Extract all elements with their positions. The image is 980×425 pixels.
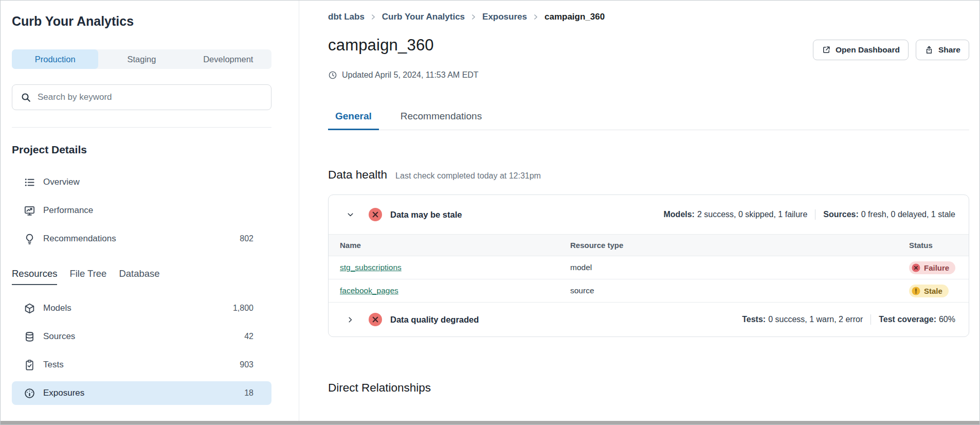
column-header-resource-type: Resource type <box>559 235 909 256</box>
stat-label: Sources: <box>823 210 858 219</box>
sidebar-item-label: Tests <box>43 360 64 370</box>
sidebar-item-tests[interactable]: Tests 903 <box>12 353 271 377</box>
column-header-status: Status <box>909 235 969 256</box>
search-icon <box>21 92 31 103</box>
x-circle-icon <box>368 312 383 327</box>
data-health-heading: Data health <box>328 168 387 182</box>
resource-link-stg-subscriptions[interactable]: stg_subscriptions <box>340 263 402 272</box>
tab-file-tree[interactable]: File Tree <box>69 268 106 285</box>
sidebar-item-recommendations[interactable]: Recommendations 802 <box>12 227 271 251</box>
chevron-right-icon <box>346 315 355 324</box>
stat-label: Test coverage: <box>879 315 936 324</box>
window-bottom-edge <box>1 421 979 424</box>
open-dashboard-label: Open Dashboard <box>836 45 900 55</box>
group-stats: Tests: 0 success, 1 warn, 2 error Test c… <box>742 314 955 325</box>
tab-database[interactable]: Database <box>119 268 159 285</box>
status-badge-label: Failure <box>924 263 949 272</box>
sidebar-item-label: Exposures <box>43 388 84 398</box>
cube-icon <box>24 303 35 314</box>
breadcrumb-item-current: campaign_360 <box>545 12 605 22</box>
x-circle-icon <box>912 263 920 272</box>
page-title: campaign_360 <box>328 36 434 55</box>
resource-type-cell: model <box>559 256 909 279</box>
sidebar-item-label: Models <box>43 303 71 313</box>
table-row: facebook_pages source Stale <box>329 279 969 303</box>
page-actions: Open Dashboard Share <box>813 40 969 60</box>
open-dashboard-button[interactable]: Open Dashboard <box>813 40 909 60</box>
share-label: Share <box>938 45 960 55</box>
stat-label: Tests: <box>742 315 766 324</box>
data-health-card: Data may be stale Models: 2 success, 0 s… <box>328 194 969 337</box>
sidebar-item-count: 903 <box>240 360 253 369</box>
env-tab-development[interactable]: Development <box>185 49 271 69</box>
share-icon <box>924 45 934 55</box>
last-updated-text: Updated April 5, 2024, 11:53 AM EDT <box>342 70 479 80</box>
status-badge-failure: Failure <box>909 261 955 274</box>
search-input[interactable] <box>38 92 263 102</box>
stat-label: Models: <box>664 210 695 219</box>
chevron-right-icon <box>370 13 377 21</box>
stat-value: 0 success, 1 warn, 2 error <box>768 315 863 324</box>
sidebar-item-label: Overview <box>43 177 80 187</box>
project-name-title: Curb Your Analytics <box>12 14 271 29</box>
env-tab-staging[interactable]: Staging <box>98 49 185 69</box>
data-health-group-stale[interactable]: Data may be stale Models: 2 success, 0 s… <box>329 195 969 234</box>
sidebar-item-exposures[interactable]: Exposures 18 <box>12 381 271 405</box>
resource-type-cell: source <box>559 279 909 303</box>
sidebar-item-count: 1,800 <box>233 304 253 313</box>
project-details-heading: Project Details <box>12 144 271 156</box>
tab-recommendations[interactable]: Recommendations <box>393 111 489 130</box>
tab-general[interactable]: General <box>328 111 379 130</box>
project-details-list: Overview Performance <box>12 170 271 251</box>
main-content: dbt Labs Curb Your Analytics Exposures c… <box>300 1 979 421</box>
list-icon <box>24 176 35 188</box>
stat-value: 0 fresh, 0 delayed, 1 stale <box>861 210 955 219</box>
sidebar-item-performance[interactable]: Performance <box>12 199 271 222</box>
detail-tabs: General Recommendations <box>328 111 969 130</box>
chevron-down-icon <box>346 210 355 219</box>
sidebar-item-count: 18 <box>244 388 253 398</box>
tab-resources[interactable]: Resources <box>12 268 57 285</box>
group-stats: Models: 2 success, 0 skipped, 1 failure … <box>664 209 956 220</box>
sidebar-item-overview[interactable]: Overview <box>12 170 271 194</box>
last-updated: Updated April 5, 2024, 11:53 AM EDT <box>328 70 969 80</box>
resource-link-facebook-pages[interactable]: facebook_pages <box>340 286 398 295</box>
gauge-icon <box>24 387 35 399</box>
data-health-group-quality[interactable]: Data quality degraded Tests: 0 success, … <box>329 303 969 337</box>
chevron-right-icon <box>532 13 539 21</box>
column-header-name: Name <box>329 235 559 256</box>
search-box[interactable] <box>12 84 271 110</box>
warning-circle-icon <box>912 287 920 295</box>
data-health-last-check: Last check completed today at 12:31pm <box>395 171 541 181</box>
share-button[interactable]: Share <box>916 40 969 60</box>
performance-chart-icon <box>24 205 35 217</box>
stat-value: 60% <box>939 315 955 324</box>
sidebar-item-label: Sources <box>43 331 75 342</box>
sidebar: Curb Your Analytics Production Staging D… <box>1 1 299 421</box>
x-circle-icon <box>368 207 383 222</box>
breadcrumb-item-exposures[interactable]: Exposures <box>482 12 527 22</box>
sidebar-item-label: Performance <box>43 205 93 216</box>
table-header-row: Name Resource type Status <box>329 235 969 256</box>
stale-resources-table: Name Resource type Status stg_subscripti… <box>329 234 969 303</box>
table-row: stg_subscriptions model Failure <box>329 256 969 279</box>
breadcrumb-item-project[interactable]: Curb Your Analytics <box>382 12 465 22</box>
sidebar-divider <box>12 127 271 128</box>
environment-switcher: Production Staging Development <box>12 49 271 69</box>
env-tab-production[interactable]: Production <box>12 49 98 69</box>
clock-icon <box>328 70 337 80</box>
stat-divider <box>815 209 815 220</box>
group-title: Data quality degraded <box>390 315 479 325</box>
app-window: Curb Your Analytics Production Staging D… <box>0 0 980 425</box>
sidebar-item-models[interactable]: Models 1,800 <box>12 296 271 320</box>
stat-value: 2 success, 0 skipped, 1 failure <box>697 210 807 219</box>
status-badge-label: Stale <box>924 287 942 295</box>
database-icon <box>24 331 35 343</box>
breadcrumb: dbt Labs Curb Your Analytics Exposures c… <box>328 12 969 22</box>
sidebar-item-label: Recommendations <box>43 234 116 244</box>
direct-relationships-heading: Direct Relationships <box>328 381 969 395</box>
clipboard-check-icon <box>24 359 35 371</box>
breadcrumb-item-dbt-labs[interactable]: dbt Labs <box>328 12 365 22</box>
sidebar-item-sources[interactable]: Sources 42 <box>12 325 271 348</box>
external-link-icon <box>822 45 831 55</box>
